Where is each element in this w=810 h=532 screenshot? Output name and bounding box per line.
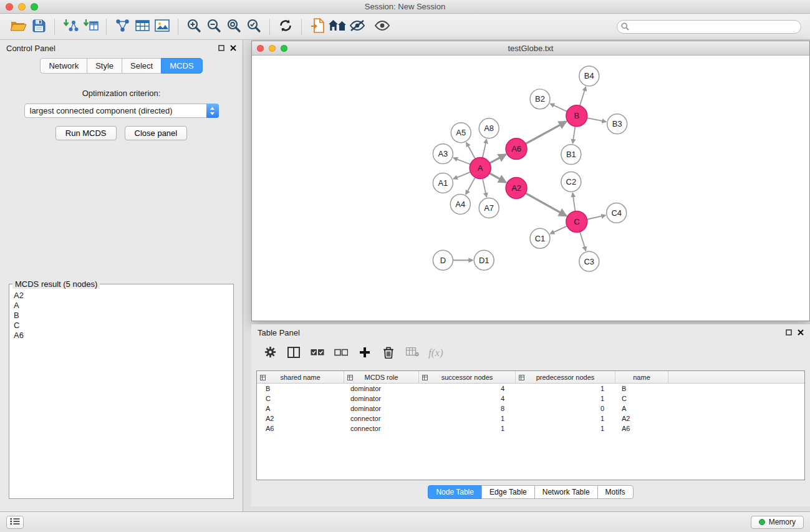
control-panel-tabs: Network Style Select MCDS <box>0 58 243 74</box>
graph-edge-A-A5[interactable] <box>466 142 475 158</box>
open-session-button[interactable] <box>9 17 29 37</box>
table-row[interactable]: A6connector11A6 <box>257 423 804 433</box>
tab-motifs[interactable]: Motifs <box>597 485 634 499</box>
zoom-fit-icon <box>226 18 241 35</box>
delete-column-button[interactable] <box>378 343 398 363</box>
graph-edge-C-C4[interactable] <box>587 215 605 220</box>
add-column-button[interactable] <box>355 343 375 363</box>
float-panel-icon[interactable] <box>218 44 224 53</box>
column-header-predecessor-nodes[interactable]: predecessor nodes <box>516 371 615 383</box>
zoom-selected-button[interactable] <box>244 17 264 37</box>
show-panels-button[interactable] <box>6 516 24 529</box>
graph-edge-A-A4[interactable] <box>466 177 475 194</box>
table-cell: dominator <box>344 405 419 412</box>
export-image-button[interactable] <box>152 17 172 37</box>
network-share-icon <box>115 19 130 34</box>
open-session-file-button[interactable] <box>307 17 327 37</box>
zoom-in-button[interactable] <box>184 17 204 37</box>
graph-node-label: A3 <box>438 149 448 158</box>
graph-edge-B-B2[interactable] <box>550 104 567 111</box>
show-columns-button[interactable] <box>284 343 304 363</box>
node-table-body: Bdominator41BCdominator41CAdominator80AA… <box>257 384 804 433</box>
new-network-button[interactable] <box>112 17 132 37</box>
graph-edge-B-B4[interactable] <box>580 87 586 106</box>
table-row[interactable]: Adominator80A <box>257 404 804 414</box>
memory-button[interactable]: Memory <box>751 516 804 529</box>
result-item[interactable]: A <box>11 301 232 311</box>
eye-slash-icon <box>349 19 365 34</box>
tab-mcds[interactable]: MCDS <box>161 58 202 74</box>
network-window-titlebar[interactable]: testGlobe.txt <box>252 41 809 56</box>
graph-edge-A-A2[interactable] <box>489 173 506 183</box>
graph-edge-C-C3[interactable] <box>580 232 586 251</box>
float-table-panel-icon[interactable] <box>786 328 792 337</box>
criterion-select[interactable]: largest connected component (directed) <box>24 104 219 118</box>
deselect-all-button[interactable] <box>331 343 351 363</box>
table-cell: B <box>257 385 344 392</box>
search-input[interactable] <box>617 20 801 34</box>
table-cell: 4 <box>419 385 516 392</box>
graph-node-label: C4 <box>611 208 622 218</box>
graph-edge-C-C1[interactable] <box>550 226 567 233</box>
new-table-button[interactable] <box>132 17 152 37</box>
network-canvas[interactable]: B4B2BB3A5A8A6A3AB1A1A2C2A4A7C4CC1DD1C3 <box>252 56 809 321</box>
network-window-controls <box>257 45 287 52</box>
tab-network-table[interactable]: Network Table <box>534 485 598 499</box>
graph-edge-A-A1[interactable] <box>453 172 470 179</box>
graph-edge-A6-B[interactable] <box>526 122 566 144</box>
table-row[interactable]: A2connector11A2 <box>257 414 804 423</box>
result-item[interactable]: A6 <box>11 331 232 341</box>
table-row[interactable]: Bdominator41B <box>257 384 804 394</box>
zoom-fit-button[interactable] <box>224 17 244 37</box>
table-settings-button[interactable] <box>260 343 280 363</box>
save-session-button[interactable] <box>29 17 49 37</box>
delete-table-button[interactable] <box>402 343 422 363</box>
result-item[interactable]: A2 <box>11 291 232 301</box>
tab-node-table[interactable]: Node Table <box>428 485 482 499</box>
column-header-mcds-role[interactable]: MCDS role <box>344 371 419 383</box>
network-minimize-button[interactable] <box>269 45 276 52</box>
hide-graphics-button[interactable] <box>347 17 367 37</box>
result-item[interactable]: C <box>11 321 232 331</box>
minimize-window-button[interactable] <box>18 3 26 11</box>
run-mcds-button[interactable]: Run MCDS <box>55 126 117 140</box>
table-row[interactable]: Cdominator41C <box>257 394 804 404</box>
apply-layout-button[interactable] <box>276 17 296 37</box>
select-all-button[interactable] <box>307 343 327 363</box>
toolbar-separator <box>301 19 302 35</box>
network-zoom-button[interactable] <box>281 45 287 52</box>
document-arrow-icon <box>311 18 325 35</box>
graph-edge-A-A7[interactable] <box>483 178 487 197</box>
table-cell: A2 <box>615 415 668 422</box>
tab-style[interactable]: Style <box>87 58 122 74</box>
graph-edge-C-C2[interactable] <box>572 193 575 211</box>
home-view-button[interactable] <box>327 17 347 37</box>
network-close-button[interactable] <box>257 45 264 52</box>
tab-network[interactable]: Network <box>40 58 87 74</box>
graph-edge-B-B1[interactable] <box>572 127 575 143</box>
eye-icon <box>374 19 390 34</box>
zoom-window-button[interactable] <box>31 3 38 11</box>
function-builder-button[interactable]: f(x) <box>428 347 443 359</box>
graph-edge-A2-C[interactable] <box>526 193 566 216</box>
tab-edge-table[interactable]: Edge Table <box>481 485 535 499</box>
gear-icon <box>264 346 277 360</box>
import-network-button[interactable] <box>60 17 80 37</box>
show-graphics-button[interactable] <box>372 17 392 37</box>
close-panel-button[interactable]: Close panel <box>125 126 188 140</box>
zoom-out-button[interactable] <box>204 17 224 37</box>
import-table-button[interactable] <box>80 17 100 37</box>
graph-edge-A-A6[interactable] <box>489 155 506 163</box>
result-item[interactable]: B <box>11 311 232 321</box>
import-network-icon <box>63 19 79 34</box>
graph-edge-A-A8[interactable] <box>483 139 487 158</box>
close-window-button[interactable] <box>6 3 13 11</box>
column-header-name[interactable]: name <box>615 371 668 383</box>
graph-edge-A-A3[interactable] <box>453 158 470 164</box>
close-panel-icon[interactable] <box>230 44 236 53</box>
tab-select[interactable]: Select <box>122 58 161 74</box>
graph-edge-B-B3[interactable] <box>587 118 606 122</box>
column-header-successor-nodes[interactable]: successor nodes <box>419 371 516 383</box>
column-header-shared-name[interactable]: shared name <box>257 371 344 383</box>
close-table-panel-icon[interactable] <box>798 328 804 337</box>
